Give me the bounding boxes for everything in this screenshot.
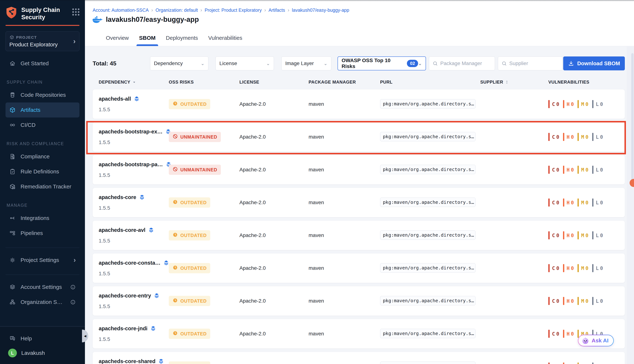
user-name: Lavakush — [21, 350, 45, 356]
oss-risk-badge: UNMAINTAINED — [169, 132, 221, 142]
license-filter-dropdown[interactable]: License⌄ — [216, 56, 274, 70]
sidebar-item-code-repositories[interactable]: Code Repositories — [6, 88, 79, 102]
breadcrumb-link-0[interactable]: Account: Automation-SSCA — [93, 8, 149, 13]
dependency-name[interactable]: apacheds-bootstrap-pa… — [99, 162, 163, 168]
table-row[interactable]: apacheds-bootstrap-ex… 1.5.5 UNMAINTAINE… — [93, 122, 625, 152]
sidebar-item-compliance[interactable]: Compliance — [6, 149, 79, 164]
user-menu[interactable]: L Lavakush — [6, 348, 79, 358]
sidebar-item-label: Project Settings — [21, 257, 69, 263]
breadcrumb-link-4[interactable]: lavakush07/easy-buggy-app — [292, 8, 349, 13]
vuln-low: L0 — [592, 133, 603, 141]
purl-chip[interactable]: pkg:maven/org.apache.directory.s… — [380, 230, 475, 240]
purl-chip[interactable]: pkg:maven/org.apache.directory.s… — [380, 296, 475, 305]
page-title: lavakush07/easy-buggy-app — [106, 16, 199, 24]
dependency-name[interactable]: apacheds-core-shared — [99, 358, 155, 364]
search-icon — [501, 61, 507, 66]
app-switcher-grid-icon[interactable] — [72, 8, 79, 16]
sidebar-item-rule-definitions[interactable]: Rule Definitions — [6, 164, 79, 179]
purl-chip[interactable]: pkg:maven/org.apache.directory.s… — [380, 99, 475, 108]
tab-bar: Overview SBOM Deployments Vulnerabilitie… — [85, 30, 242, 46]
oss-risk-badge: OUTDATED — [169, 99, 210, 109]
purl-chip[interactable]: pkg:maven/org.apache.directory.s… — [380, 165, 475, 174]
vuln-medium: M0 — [577, 100, 588, 108]
project-cube-icon — [9, 35, 14, 40]
table-row[interactable]: apacheds-core-jndi 1.5.5 OUTDATED Apache… — [93, 319, 625, 348]
breadcrumb-link-1[interactable]: Organization: default — [156, 8, 198, 13]
sidebar-item-remediation-tracker[interactable]: Remediation Tracker — [6, 179, 79, 194]
dependency-name[interactable]: apacheds-all — [99, 96, 131, 102]
package-manager-value: maven — [308, 298, 380, 304]
download-icon — [568, 60, 574, 66]
dependency-name[interactable]: apacheds-core-consta… — [99, 260, 161, 266]
table-row[interactable]: apacheds-core 1.5.5 OUTDATED Apache-2.0 … — [93, 188, 625, 217]
table-row[interactable]: apacheds-bootstrap-pa… 1.5.5 UNMAINTAINE… — [93, 155, 625, 184]
dependency-name[interactable]: apacheds-core-jndi — [99, 326, 148, 332]
sidebar-section-supply-chain: SUPPLY CHAIN — [6, 71, 79, 88]
oss-risk-badge: OUTDATED — [169, 198, 210, 208]
breadcrumb-link-3[interactable]: Artifacts — [268, 8, 285, 13]
chevron-right-icon: › — [73, 38, 76, 44]
table-row[interactable]: apacheds-core-shared 1.5.5 OUTDATED Apac… — [93, 352, 625, 364]
table-row[interactable]: apacheds-all 1.5.5 OUTDATED Apache-2.0 m… — [93, 90, 625, 119]
artifacts-cube-icon — [9, 107, 16, 113]
project-selector[interactable]: PROJECT Product Exploratory › — [6, 31, 79, 51]
sidebar-item-pipelines[interactable]: Pipelines — [6, 226, 79, 241]
purl-chip[interactable]: pkg:maven/org.apache.directory.s… — [380, 198, 475, 207]
vuln-high: H0 — [563, 100, 574, 108]
table-row[interactable]: apacheds-core-consta… 1.5.5 OUTDATED Apa… — [93, 254, 625, 283]
owasp-risks-filter-dropdown[interactable]: OWASP OSS Top 10 Risks 02 ⌄ — [338, 56, 426, 70]
sidebar-item-organization-settings[interactable]: Organization Settings — [6, 294, 79, 310]
supplier-search-input[interactable] — [509, 60, 559, 66]
dependency-version: 1.5.5 — [99, 336, 169, 342]
dependency-version: 1.5.5 — [99, 271, 169, 276]
column-package-manager: PACKAGE MANAGER — [308, 80, 380, 85]
collapse-arrow-icon: ◀ — [84, 334, 86, 338]
sidebar-item-label: Organization Settings — [21, 299, 65, 305]
sidebar-item-account-settings[interactable]: Account Settings — [6, 280, 79, 294]
vulnerability-counts: C0 H0 M0 L0 — [548, 133, 625, 141]
vuln-critical: C0 — [548, 198, 559, 206]
purl-chip[interactable]: pkg:maven/org.apache.directory.s… — [380, 362, 475, 364]
dependency-name[interactable]: apacheds-core-entry — [99, 293, 151, 299]
vuln-critical: C0 — [548, 330, 559, 338]
package-manager-value: maven — [308, 101, 380, 107]
vuln-low: L0 — [592, 231, 603, 239]
ask-ai-button[interactable]: Ask AI — [578, 335, 614, 346]
dependency-filter-dropdown[interactable]: Dependency⌄ — [150, 56, 208, 70]
dependency-name[interactable]: apacheds-core-avl — [99, 227, 145, 233]
oss-risk-badge: OUTDATED — [169, 230, 210, 240]
layers-icon — [150, 325, 156, 332]
sidebar-item-help[interactable]: Help — [6, 331, 79, 346]
tab-vulnerabilities[interactable]: Vulnerabilities — [208, 30, 242, 46]
scrollbar-thumb[interactable] — [631, 53, 634, 187]
gear-icon — [9, 257, 16, 264]
purl-chip[interactable]: pkg:maven/org.apache.directory.s… — [380, 329, 475, 338]
breadcrumb-link-2[interactable]: Project: Product Exploratory — [205, 8, 262, 13]
ask-ai-label: Ask AI — [592, 338, 608, 344]
code-repo-icon — [9, 92, 16, 98]
column-dependency[interactable]: DEPENDENCY — [99, 80, 169, 85]
dependency-name[interactable]: apacheds-bootstrap-ex… — [99, 129, 163, 135]
sidebar-item-integrations[interactable]: Integrations — [6, 210, 79, 226]
org-chart-icon — [9, 299, 16, 305]
download-sbom-button[interactable]: Download SBOM — [563, 56, 625, 70]
dependency-name[interactable]: apacheds-core — [99, 194, 136, 200]
column-supplier[interactable]: SUPPLIER — [480, 80, 548, 85]
image-layer-filter-dropdown[interactable]: Image Layer⌄ — [281, 56, 331, 70]
tab-sbom[interactable]: SBOM — [139, 30, 156, 46]
sidebar-item-get-started[interactable]: Get Started — [6, 56, 79, 71]
dependency-version: 1.5.5 — [99, 140, 169, 145]
package-manager-search-input[interactable] — [440, 60, 491, 66]
table-row[interactable]: apacheds-core-avl 1.5.5 OUTDATED Apache-… — [93, 221, 625, 250]
tab-overview[interactable]: Overview — [106, 30, 129, 46]
dependency-version: 1.5.5 — [99, 304, 169, 310]
table-row[interactable]: apacheds-core-entry 1.5.5 OUTDATED Apach… — [93, 286, 625, 316]
purl-chip[interactable]: pkg:maven/org.apache.directory.s… — [380, 263, 475, 272]
sidebar-item-artifacts[interactable]: Artifacts — [6, 102, 79, 118]
sidebar-item-ci-cd[interactable]: CI/CD — [6, 118, 79, 132]
risk-status-icon — [172, 330, 178, 337]
sort-desc-icon — [132, 80, 136, 84]
sidebar-item-project-settings[interactable]: Project Settings› — [6, 252, 79, 268]
purl-chip[interactable]: pkg:maven/org.apache.directory.s… — [380, 132, 475, 141]
tab-deployments[interactable]: Deployments — [166, 30, 198, 46]
